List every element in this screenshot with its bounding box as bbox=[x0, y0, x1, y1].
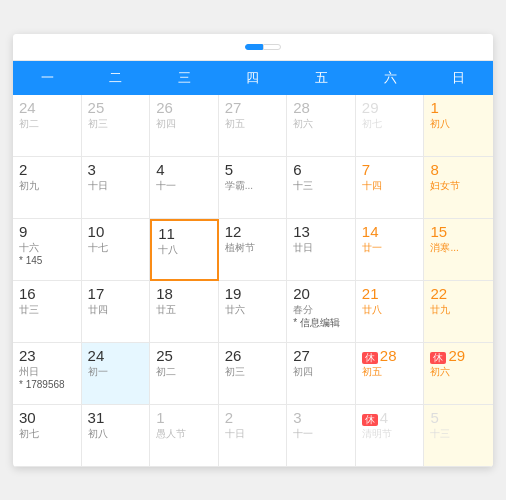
event-text: * 1789568 bbox=[19, 378, 75, 391]
day-cell[interactable]: 休29初六 bbox=[424, 343, 493, 405]
day-cell[interactable]: 21廿八 bbox=[356, 281, 425, 343]
lunar-date: 十三 bbox=[430, 427, 487, 440]
weekday-cell: 三 bbox=[150, 61, 219, 95]
day-cell[interactable]: 7十四 bbox=[356, 157, 425, 219]
lunar-date: 十三 bbox=[293, 179, 349, 192]
day-cell[interactable]: 24初二 bbox=[13, 95, 82, 157]
day-cell[interactable]: 26初四 bbox=[150, 95, 219, 157]
day-cell[interactable]: 12植树节 bbox=[219, 219, 288, 281]
lunar-date: 十八 bbox=[158, 243, 211, 256]
day-number: 12 bbox=[225, 223, 281, 241]
day-cell[interactable]: 22廿九 bbox=[424, 281, 493, 343]
day-cell[interactable]: 11十八 bbox=[150, 219, 219, 281]
month-view-button[interactable] bbox=[245, 44, 263, 50]
weekday-cell: 五 bbox=[287, 61, 356, 95]
day-cell[interactable]: 1愚人节 bbox=[150, 405, 219, 467]
day-cell[interactable]: 31初八 bbox=[82, 405, 151, 467]
day-number: 1 bbox=[156, 409, 212, 427]
day-cell[interactable]: 17廿四 bbox=[82, 281, 151, 343]
day-number: 6 bbox=[293, 161, 349, 179]
day-cell[interactable]: 30初七 bbox=[13, 405, 82, 467]
lunar-date: 初四 bbox=[293, 365, 349, 378]
lunar-date: 初八 bbox=[88, 427, 144, 440]
day-number: 16 bbox=[19, 285, 75, 303]
day-number: 8 bbox=[430, 161, 487, 179]
day-cell[interactable]: 2十日 bbox=[219, 405, 288, 467]
lunar-date: 十一 bbox=[156, 179, 212, 192]
day-cell[interactable]: 27初四 bbox=[287, 343, 356, 405]
day-cell[interactable]: 20春分* 信息编辑 bbox=[287, 281, 356, 343]
day-cell[interactable]: 休4清明节 bbox=[356, 405, 425, 467]
day-number: 2 bbox=[225, 409, 281, 427]
day-cell[interactable]: 15消寒... bbox=[424, 219, 493, 281]
day-cell[interactable]: 24初一 bbox=[82, 343, 151, 405]
lunar-date: 初六 bbox=[430, 365, 487, 378]
day-number: 23 bbox=[19, 347, 75, 365]
day-cell[interactable]: 1初八 bbox=[424, 95, 493, 157]
day-number: 18 bbox=[156, 285, 212, 303]
day-cell[interactable]: 9十六* 145 bbox=[13, 219, 82, 281]
event-text: * 145 bbox=[19, 254, 75, 267]
lunar-date: 廿日 bbox=[293, 241, 349, 254]
holiday-tag: 休 bbox=[430, 352, 446, 364]
day-cell[interactable]: 29初七 bbox=[356, 95, 425, 157]
lunar-date: 初三 bbox=[88, 117, 144, 130]
day-cell[interactable]: 19廿六 bbox=[219, 281, 288, 343]
day-number: 2 bbox=[19, 161, 75, 179]
lunar-date: 廿五 bbox=[156, 303, 212, 316]
day-cell[interactable]: 休28初五 bbox=[356, 343, 425, 405]
day-cell[interactable]: 2初九 bbox=[13, 157, 82, 219]
day-cell[interactable]: 25初三 bbox=[82, 95, 151, 157]
day-cell[interactable]: 3十日 bbox=[82, 157, 151, 219]
lunar-date: 初六 bbox=[293, 117, 349, 130]
day-cell[interactable]: 5十三 bbox=[424, 405, 493, 467]
day-number: 19 bbox=[225, 285, 281, 303]
day-number: 27 bbox=[293, 347, 349, 365]
day-number: 3 bbox=[293, 409, 349, 427]
day-cell[interactable]: 18廿五 bbox=[150, 281, 219, 343]
lunar-date: 初八 bbox=[430, 117, 487, 130]
lunar-date: 十七 bbox=[88, 241, 144, 254]
day-cell[interactable]: 6十三 bbox=[287, 157, 356, 219]
day-number: 10 bbox=[88, 223, 144, 241]
day-number: 休28 bbox=[362, 347, 418, 365]
day-cell[interactable]: 4十一 bbox=[150, 157, 219, 219]
day-cell[interactable]: 3十一 bbox=[287, 405, 356, 467]
day-cell[interactable]: 13廿日 bbox=[287, 219, 356, 281]
day-cell[interactable]: 23州日* 1789568 bbox=[13, 343, 82, 405]
lunar-date: 州日 bbox=[19, 365, 75, 378]
lunar-date: 廿九 bbox=[430, 303, 487, 316]
day-number: 24 bbox=[19, 99, 75, 117]
year-view-button[interactable] bbox=[263, 44, 281, 50]
day-cell[interactable]: 27初五 bbox=[219, 95, 288, 157]
day-cell[interactable]: 16廿三 bbox=[13, 281, 82, 343]
day-cell[interactable]: 14廿一 bbox=[356, 219, 425, 281]
lunar-date: 学霸... bbox=[225, 179, 281, 192]
day-cell[interactable]: 5学霸... bbox=[219, 157, 288, 219]
lunar-date: 十四 bbox=[362, 179, 418, 192]
day-number: 29 bbox=[362, 99, 418, 117]
day-number: 26 bbox=[225, 347, 281, 365]
day-number: 31 bbox=[88, 409, 144, 427]
lunar-date: 十一 bbox=[293, 427, 349, 440]
lunar-date: 初一 bbox=[88, 365, 144, 378]
day-cell[interactable]: 26初三 bbox=[219, 343, 288, 405]
lunar-date: 十六 bbox=[19, 241, 75, 254]
lunar-date: 初三 bbox=[225, 365, 281, 378]
day-cell[interactable]: 10十七 bbox=[82, 219, 151, 281]
day-number: 9 bbox=[19, 223, 75, 241]
lunar-date: 消寒... bbox=[430, 241, 487, 254]
day-cell[interactable]: 25初二 bbox=[150, 343, 219, 405]
lunar-date: 初七 bbox=[19, 427, 75, 440]
lunar-date: 植树节 bbox=[225, 241, 281, 254]
lunar-date: 十日 bbox=[225, 427, 281, 440]
lunar-date: 十日 bbox=[88, 179, 144, 192]
day-cell[interactable]: 28初六 bbox=[287, 95, 356, 157]
holiday-tag: 休 bbox=[362, 352, 378, 364]
lunar-date: 初九 bbox=[19, 179, 75, 192]
day-cell[interactable]: 8妇女节 bbox=[424, 157, 493, 219]
day-number: 22 bbox=[430, 285, 487, 303]
day-number: 15 bbox=[430, 223, 487, 241]
lunar-date: 廿八 bbox=[362, 303, 418, 316]
lunar-date: 初五 bbox=[362, 365, 418, 378]
